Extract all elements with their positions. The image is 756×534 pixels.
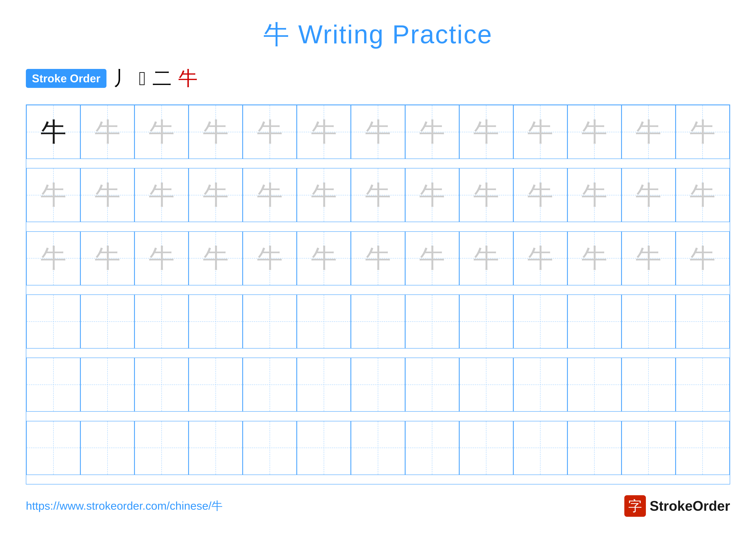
grid-cell[interactable] [297, 421, 351, 475]
grid-cell[interactable]: 牛 [459, 231, 513, 285]
grid-cell[interactable]: 牛 [351, 105, 405, 159]
grid-char: 牛 [94, 119, 121, 145]
stroke-order-row: Stroke Order 丿 𠄌 二 牛 [26, 65, 730, 91]
grid-cell[interactable]: 牛 [243, 168, 297, 222]
grid-char: 牛 [149, 119, 175, 145]
grid-cell[interactable]: 牛 [26, 231, 80, 285]
grid-cell[interactable] [459, 358, 513, 412]
grid-cell[interactable] [405, 421, 459, 475]
grid-cell[interactable]: 牛 [189, 168, 243, 222]
grid-cell[interactable] [405, 294, 459, 348]
grid-char: 牛 [689, 245, 716, 271]
grid-cell[interactable]: 牛 [405, 231, 459, 285]
grid-cell[interactable]: 牛 [405, 168, 459, 222]
grid-char: 牛 [311, 245, 337, 271]
grid-cell[interactable]: 牛 [676, 168, 730, 222]
grid-cell[interactable] [26, 421, 80, 475]
grid-cell[interactable] [459, 421, 513, 475]
grid-cell[interactable] [567, 421, 622, 475]
grid-cell[interactable]: 牛 [676, 231, 730, 285]
grid-cell[interactable]: 牛 [243, 105, 297, 159]
grid-cell[interactable]: 牛 [351, 231, 405, 285]
grid-cell[interactable] [405, 358, 459, 412]
grid-cell[interactable]: 牛 [297, 168, 351, 222]
grid-cell[interactable] [676, 294, 730, 348]
logo-char: 字 [628, 497, 642, 516]
grid-char: 牛 [581, 119, 607, 145]
grid-cell[interactable] [297, 358, 351, 412]
grid-cell[interactable]: 牛 [26, 168, 80, 222]
grid-cell[interactable]: 牛 [513, 168, 567, 222]
grid-cell[interactable]: 牛 [134, 105, 189, 159]
grid-cell[interactable]: 牛 [459, 105, 513, 159]
grid-cell[interactable] [567, 358, 622, 412]
grid-cell[interactable]: 牛 [80, 231, 134, 285]
grid-cell[interactable]: 牛 [622, 168, 676, 222]
grid-cell[interactable]: 牛 [567, 231, 622, 285]
grid-cell[interactable] [243, 294, 297, 348]
grid-char: 牛 [40, 119, 67, 145]
grid-char: 牛 [689, 119, 716, 145]
grid-char: 牛 [94, 182, 121, 208]
grid-char: 牛 [203, 245, 229, 271]
grid-cell[interactable]: 牛 [459, 168, 513, 222]
grid-char: 牛 [94, 245, 121, 271]
grid-char: 牛 [581, 182, 607, 208]
grid-cell[interactable] [189, 421, 243, 475]
grid-cell[interactable] [134, 358, 189, 412]
grid-cell[interactable]: 牛 [26, 105, 80, 159]
grid-cell[interactable] [134, 421, 189, 475]
grid-cell[interactable] [622, 421, 676, 475]
grid-cell[interactable]: 牛 [134, 231, 189, 285]
grid-cell[interactable]: 牛 [80, 105, 134, 159]
grid-char: 牛 [40, 182, 67, 208]
grid-cell[interactable] [676, 421, 730, 475]
grid-cell[interactable] [459, 294, 513, 348]
grid-cell[interactable]: 牛 [297, 231, 351, 285]
grid-cell[interactable] [297, 294, 351, 348]
grid-cell[interactable] [80, 421, 134, 475]
grid-char: 牛 [365, 119, 391, 145]
grid-cell[interactable] [351, 421, 405, 475]
grid-cell[interactable] [351, 358, 405, 412]
grid-cell[interactable]: 牛 [134, 168, 189, 222]
grid-char: 牛 [419, 182, 445, 208]
grid-cell[interactable]: 牛 [676, 105, 730, 159]
grid-cell[interactable] [676, 358, 730, 412]
grid-cell[interactable] [26, 294, 80, 348]
grid-cell[interactable] [80, 294, 134, 348]
logo-icon: 字 [624, 495, 646, 517]
grid-char: 牛 [689, 182, 716, 208]
grid-cell[interactable] [80, 358, 134, 412]
grid-cell[interactable] [513, 294, 567, 348]
grid-cell[interactable]: 牛 [297, 105, 351, 159]
grid-cell[interactable] [567, 294, 622, 348]
grid-cell[interactable] [243, 358, 297, 412]
grid-cell[interactable]: 牛 [567, 168, 622, 222]
grid-cell[interactable] [513, 358, 567, 412]
grid-cell[interactable]: 牛 [189, 105, 243, 159]
grid-cell[interactable]: 牛 [622, 105, 676, 159]
title-char: 牛 [263, 20, 290, 49]
grid-cell[interactable]: 牛 [513, 105, 567, 159]
grid-cell[interactable]: 牛 [351, 168, 405, 222]
grid-cell[interactable]: 牛 [405, 105, 459, 159]
grid-cell[interactable] [622, 358, 676, 412]
grid-cell[interactable]: 牛 [243, 231, 297, 285]
grid-cell[interactable] [26, 358, 80, 412]
grid-cell[interactable]: 牛 [513, 231, 567, 285]
grid-char: 牛 [635, 245, 662, 271]
grid-cell[interactable] [189, 294, 243, 348]
grid-cell[interactable]: 牛 [622, 231, 676, 285]
grid-cell[interactable] [134, 294, 189, 348]
grid-cell[interactable] [513, 421, 567, 475]
writing-grid[interactable]: 牛牛牛牛牛牛牛牛牛牛牛牛牛牛牛牛牛牛牛牛牛牛牛牛牛牛牛牛牛牛牛牛牛牛牛牛牛牛牛 [26, 105, 730, 484]
grid-cell[interactable]: 牛 [80, 168, 134, 222]
grid-cell[interactable] [351, 294, 405, 348]
title-rest: Writing Practice [290, 20, 493, 49]
grid-cell[interactable] [189, 358, 243, 412]
grid-cell[interactable]: 牛 [189, 231, 243, 285]
grid-cell[interactable]: 牛 [567, 105, 622, 159]
grid-cell[interactable] [243, 421, 297, 475]
grid-cell[interactable] [622, 294, 676, 348]
